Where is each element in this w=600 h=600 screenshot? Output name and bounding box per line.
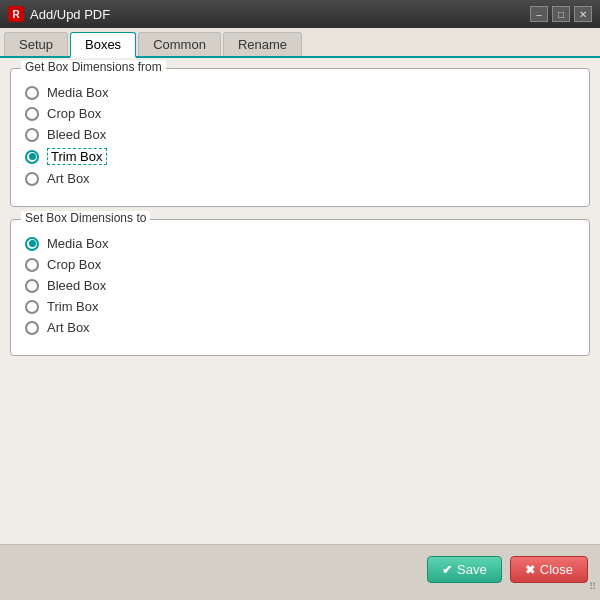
set-bleed-label: Bleed Box xyxy=(47,278,106,293)
resize-handle: ⠿ xyxy=(589,581,596,592)
get-box-group: Get Box Dimensions from Media Box Crop B… xyxy=(10,68,590,207)
set-trim-label: Trim Box xyxy=(47,299,99,314)
tab-rename[interactable]: Rename xyxy=(223,32,302,56)
get-art-label: Art Box xyxy=(47,171,90,186)
get-art-box-option[interactable]: Art Box xyxy=(25,171,575,186)
set-box-title: Set Box Dimensions to xyxy=(21,211,150,225)
set-trim-box-option[interactable]: Trim Box xyxy=(25,299,575,314)
get-media-label: Media Box xyxy=(47,85,108,100)
set-bleed-box-option[interactable]: Bleed Box xyxy=(25,278,575,293)
close-button[interactable]: ✖ Close xyxy=(510,556,588,583)
get-bleed-radio xyxy=(25,128,39,142)
close-label: Close xyxy=(540,562,573,577)
get-box-title: Get Box Dimensions from xyxy=(21,60,166,74)
close-icon: ✖ xyxy=(525,563,535,577)
set-crop-radio xyxy=(25,258,39,272)
set-media-label: Media Box xyxy=(47,236,108,251)
close-window-button[interactable]: ✕ xyxy=(574,6,592,22)
title-bar: R Add/Upd PDF – □ ✕ xyxy=(0,0,600,28)
set-box-group: Set Box Dimensions to Media Box Crop Box… xyxy=(10,219,590,356)
maximize-button[interactable]: □ xyxy=(552,6,570,22)
get-media-box-option[interactable]: Media Box xyxy=(25,85,575,100)
set-art-label: Art Box xyxy=(47,320,90,335)
tab-boxes[interactable]: Boxes xyxy=(70,32,136,58)
get-art-radio xyxy=(25,172,39,186)
get-media-radio xyxy=(25,86,39,100)
set-media-box-option[interactable]: Media Box xyxy=(25,236,575,251)
tab-common[interactable]: Common xyxy=(138,32,221,56)
set-media-radio xyxy=(25,237,39,251)
save-button[interactable]: ✔ Save xyxy=(427,556,502,583)
minimize-button[interactable]: – xyxy=(530,6,548,22)
get-crop-radio xyxy=(25,107,39,121)
set-crop-label: Crop Box xyxy=(47,257,101,272)
tab-setup[interactable]: Setup xyxy=(4,32,68,56)
get-crop-label: Crop Box xyxy=(47,106,101,121)
main-content: Get Box Dimensions from Media Box Crop B… xyxy=(0,58,600,544)
window-controls: – □ ✕ xyxy=(530,6,592,22)
set-crop-box-option[interactable]: Crop Box xyxy=(25,257,575,272)
tabs-bar: Setup Boxes Common Rename xyxy=(0,28,600,58)
get-trim-box-option[interactable]: Trim Box xyxy=(25,148,575,165)
set-art-box-option[interactable]: Art Box xyxy=(25,320,575,335)
bottom-bar: ✔ Save ✖ Close ⠿ xyxy=(0,544,600,594)
get-bleed-label: Bleed Box xyxy=(47,127,106,142)
save-label: Save xyxy=(457,562,487,577)
set-trim-radio xyxy=(25,300,39,314)
window-title: Add/Upd PDF xyxy=(30,7,530,22)
get-trim-radio xyxy=(25,150,39,164)
save-icon: ✔ xyxy=(442,563,452,577)
get-bleed-box-option[interactable]: Bleed Box xyxy=(25,127,575,142)
app-icon: R xyxy=(8,6,24,22)
set-bleed-radio xyxy=(25,279,39,293)
get-trim-label: Trim Box xyxy=(47,148,107,165)
get-crop-box-option[interactable]: Crop Box xyxy=(25,106,575,121)
set-art-radio xyxy=(25,321,39,335)
